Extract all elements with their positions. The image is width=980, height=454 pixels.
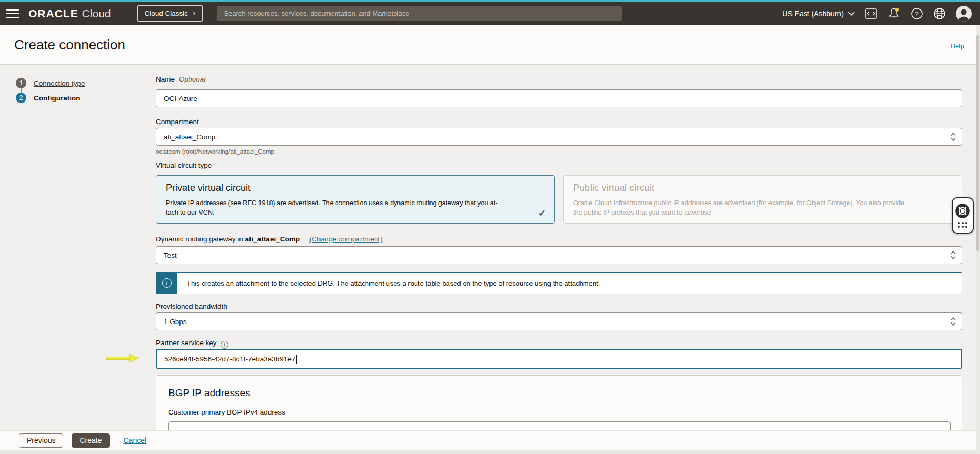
bgp-ip-addresses-section: BGP IP addresses Customer primary BGP IP… [156, 375, 962, 430]
brand-oracle: ORACLE [28, 7, 78, 20]
previous-button[interactable]: Previous [19, 433, 63, 448]
step-connector [21, 88, 22, 93]
annotation-arrow-icon [106, 354, 139, 363]
drg-value: Test [164, 251, 177, 259]
select-spinner-icon [951, 132, 956, 142]
drg-compartment-name: ati_attaei_Comp [245, 235, 300, 243]
cloud-classic-label: Cloud Classic [145, 9, 188, 17]
public-card-description: Oracle Cloud Infrastructure public IP ad… [573, 198, 952, 217]
cloud-shell-icon[interactable] [865, 7, 877, 20]
bandwidth-label: Provisioned bandwidth [156, 302, 227, 310]
topbar-right-group: US East (Ashburn) ? [782, 6, 972, 22]
footer-action-bar: Previous Create Cancel [0, 430, 976, 450]
compartment-label: Compartment [156, 118, 199, 126]
notifications-bell-icon[interactable] [887, 7, 901, 20]
info-banner-iconbox: i [156, 273, 177, 294]
step-1-circle: 1 [16, 78, 26, 88]
vertical-scrollbar-thumb[interactable] [976, 35, 979, 251]
cancel-link[interactable]: Cancel [124, 436, 147, 445]
partner-service-key-value: 526ce94f-5956-42d7-8c1f-7eba3a3b91e7 [164, 355, 295, 363]
partner-key-info-icon[interactable]: i [221, 341, 228, 349]
svg-text:?: ? [915, 10, 919, 17]
step-configuration-label: Configuration [34, 94, 80, 102]
drg-info-banner: i This creates an attachment to the sele… [156, 272, 962, 294]
partner-service-key-label: Partner service keyi [156, 339, 228, 349]
support-helper-widget[interactable] [952, 197, 974, 234]
private-virtual-circuit-card[interactable]: Private virtual circuit Private IP addre… [156, 175, 555, 224]
info-banner-message: This creates an attachment to the select… [177, 273, 600, 294]
chevron-down-icon [848, 12, 855, 16]
customer-primary-bgp-input[interactable] [168, 421, 951, 430]
bandwidth-select[interactable]: 1 Gbps [156, 312, 962, 330]
help-question-icon[interactable]: ? [911, 7, 923, 20]
drg-select[interactable]: Test [156, 246, 962, 264]
partner-service-key-input[interactable]: 526ce94f-5956-42d7-8c1f-7eba3a3b91e7 [156, 349, 962, 369]
compartment-select[interactable]: ati_attaei_Comp [156, 128, 962, 146]
lifebuoy-icon [955, 204, 970, 218]
public-virtual-circuit-card[interactable]: Public virtual circuit Oracle Cloud Infr… [563, 175, 962, 224]
bandwidth-value: 1 Gbps [164, 318, 187, 326]
notification-badge [895, 8, 899, 12]
main-content: 1 2 Connection type Configuration NameOp… [0, 65, 976, 430]
virtual-circuit-type-label: Virtual circuit type [156, 162, 212, 169]
name-label: NameOptional [156, 75, 205, 83]
search-input[interactable] [217, 6, 622, 21]
virtual-circuit-type-cards: Private virtual circuit Private IP addre… [156, 175, 962, 224]
page-title: Create connection [14, 37, 125, 53]
bgp-section-title: BGP IP addresses [168, 387, 251, 399]
hamburger-menu-icon[interactable] [6, 9, 19, 18]
name-input[interactable] [156, 89, 962, 107]
step-connection-type-link[interactable]: Connection type [34, 79, 85, 87]
top-navigation-bar: ORACLE Cloud Cloud Classic › US East (As… [0, 0, 980, 25]
oracle-cloud-logo[interactable]: ORACLE Cloud [28, 7, 111, 20]
user-avatar[interactable] [956, 6, 972, 22]
create-button[interactable]: Create [72, 433, 109, 448]
customer-primary-bgp-label: Customer primary BGP IPv4 address [168, 408, 285, 416]
step-2-circle: 2 [16, 93, 26, 103]
public-card-title: Public virtual circuit [573, 183, 952, 194]
text-cursor [296, 355, 297, 364]
region-selector[interactable]: US East (Ashburn) [782, 9, 855, 18]
select-spinner-icon [951, 250, 956, 260]
private-card-description: Private IP addresses (see RFC 1918) are … [166, 198, 545, 217]
info-icon: i [162, 278, 172, 288]
brand-cloud: Cloud [82, 7, 111, 20]
private-card-title: Private virtual circuit [166, 183, 545, 194]
cloud-classic-button[interactable]: Cloud Classic › [137, 5, 203, 22]
compartment-path: ociateam (root)/Networking/ati_attaei_Co… [156, 148, 274, 155]
compartment-value: ati_attaei_Comp [164, 133, 215, 141]
page-header: Create connection Help [0, 25, 976, 65]
select-spinner-icon [951, 317, 956, 326]
selected-check-icon: ✓ [538, 208, 546, 219]
region-label: US East (Ashburn) [782, 9, 844, 18]
chevron-right-icon: › [193, 9, 195, 17]
help-link[interactable]: Help [950, 42, 964, 50]
drag-dots-icon [958, 222, 967, 228]
change-compartment-link[interactable]: (Change compartment) [309, 235, 383, 243]
drg-label: Dynamic routing gateway in ati_attaei_Co… [156, 235, 382, 243]
language-globe-icon[interactable] [933, 7, 946, 20]
name-optional-hint: Optional [179, 75, 205, 83]
